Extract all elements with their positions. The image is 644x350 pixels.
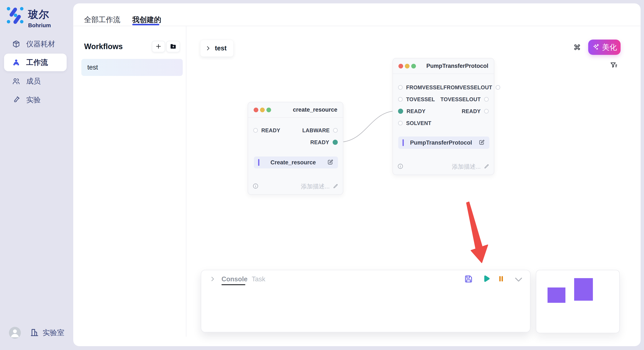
traffic-dot-yellow	[405, 64, 410, 68]
node-action-label: PumpTransferProtocol	[404, 140, 478, 146]
members-icon	[12, 77, 20, 85]
sidebar-item-experiment[interactable]: 实验	[4, 91, 67, 109]
port-handle[interactable]	[333, 128, 338, 133]
description-placeholder[interactable]: 添加描述...	[452, 163, 481, 171]
chevron-down-icon[interactable]	[514, 275, 524, 285]
description-placeholder[interactable]: 添加描述...	[301, 182, 330, 190]
node-title: PumpTransferProtocol	[426, 63, 488, 69]
tab-console[interactable]: Console	[222, 275, 248, 283]
traffic-dot-red	[254, 108, 258, 112]
input-port-fromvessel[interactable]: FROMVESSEL	[398, 84, 444, 91]
node-header: PumpTransferProtocol	[393, 58, 494, 74]
edit-icon[interactable]	[478, 139, 485, 147]
logo-title: 玻尔	[28, 8, 51, 21]
bohrium-logo-icon	[6, 6, 24, 25]
building-icon	[30, 328, 39, 338]
input-port-ready[interactable]: READY	[253, 127, 280, 134]
user-avatar[interactable]	[9, 327, 21, 339]
add-workflow-button[interactable]	[152, 41, 165, 52]
node-ports: READY LABWARE READY	[253, 124, 338, 148]
lab-label: 实验室	[42, 328, 64, 338]
breadcrumb-label: test	[215, 44, 226, 52]
port-handle[interactable]	[398, 121, 403, 126]
workflow-item-name: test	[87, 64, 98, 71]
experiment-icon	[12, 96, 20, 104]
input-port-solvent[interactable]: SOLVENT	[398, 120, 431, 126]
node-pump-transfer-protocol[interactable]: PumpTransferProtocol FROMVESSEL FROMVESS…	[392, 58, 494, 175]
import-folder-button[interactable]	[166, 41, 180, 52]
traffic-dot-green	[266, 108, 271, 112]
sidebar-footer: 实验室	[9, 327, 64, 339]
node-title: create_resource	[293, 107, 337, 113]
beautify-label: 美化	[602, 42, 617, 52]
minimap[interactable]	[536, 270, 620, 333]
chevron-right-icon	[205, 45, 211, 51]
node-footer: 添加描述...	[252, 181, 338, 191]
tab-all-workflows[interactable]: 全部工作流	[84, 15, 120, 25]
pencil-icon[interactable]	[333, 183, 338, 190]
bohrium-wordmark: 玻尔 Bohrium	[28, 8, 51, 29]
output-port-ready[interactable]: READY	[310, 139, 338, 146]
port-handle[interactable]	[496, 85, 500, 90]
sidebar-item-label: 仪器耗材	[26, 39, 55, 49]
input-port-tovessel[interactable]: TOVESSEL	[398, 96, 435, 103]
node-action-bar[interactable]: PumpTransferProtocol	[398, 137, 490, 149]
node-create-resource[interactable]: create_resource READY LABWARE READY	[248, 102, 343, 195]
play-icon[interactable]	[481, 274, 491, 285]
node-ports: FROMVESSEL FROMVESSELOUT TOVESSEL TOVESS…	[398, 81, 489, 129]
port-handle[interactable]	[398, 97, 403, 102]
port-handle[interactable]	[484, 109, 489, 114]
sidebar-item-workflow[interactable]: 工作流	[4, 54, 67, 71]
input-port-ready[interactable]: READY	[398, 108, 426, 114]
box-icon	[12, 40, 20, 48]
port-handle[interactable]	[253, 128, 258, 133]
beautify-button[interactable]: 美化	[588, 39, 620, 55]
node-header: create_resource	[248, 102, 343, 118]
port-handle-connected[interactable]	[333, 140, 338, 145]
chevron-right-icon[interactable]	[209, 276, 216, 283]
logo-subtitle: Bohrium	[28, 22, 51, 29]
minimap-node-rect	[574, 278, 593, 301]
filter-icon[interactable]	[610, 61, 618, 70]
node-footer: 添加描述...	[397, 162, 490, 172]
output-port-labware[interactable]: LABWARE	[302, 127, 338, 134]
workflow-icon	[12, 58, 20, 67]
traffic-dot-red	[398, 64, 403, 68]
tab-my-created[interactable]: 我创建的	[132, 15, 161, 25]
edit-icon[interactable]	[327, 159, 334, 166]
port-handle[interactable]	[398, 85, 403, 90]
pause-icon[interactable]	[497, 275, 505, 284]
node-action-bar[interactable]: Create_resource	[254, 157, 338, 169]
info-icon[interactable]	[252, 183, 259, 190]
tab-divider	[74, 26, 640, 26]
output-port-ready[interactable]: READY	[462, 108, 489, 114]
pencil-icon[interactable]	[484, 163, 490, 170]
sidebar-item-label: 实验	[26, 95, 41, 105]
panel-divider	[186, 26, 186, 337]
workflow-editor-app: 玻尔 Bohrium 仪器耗材 工作流	[0, 0, 644, 350]
traffic-dot-yellow	[260, 108, 265, 112]
console-tab-underline	[222, 284, 245, 285]
output-port-fromvesselout[interactable]: FROMVESSELOUT	[444, 84, 500, 91]
info-icon[interactable]	[397, 163, 404, 170]
folder-download-icon	[170, 43, 177, 51]
sidebar-item-label: 成员	[26, 76, 41, 86]
command-icon[interactable]	[573, 43, 582, 52]
breadcrumb[interactable]: test	[200, 40, 234, 57]
workflow-list-item[interactable]: test	[81, 59, 183, 76]
port-handle-connected[interactable]	[398, 109, 403, 114]
minimap-node-rect	[548, 288, 566, 303]
port-handle[interactable]	[484, 97, 489, 102]
sparkles-icon	[592, 43, 600, 52]
sidebar-item-equipment[interactable]: 仪器耗材	[4, 35, 67, 53]
output-port-tovesselout[interactable]: TOVESSELOUT	[440, 96, 489, 103]
save-icon[interactable]	[464, 274, 474, 285]
node-action-label: Create_resource	[260, 159, 327, 166]
sidebar-item-members[interactable]: 成员	[4, 72, 67, 90]
lab-selector[interactable]: 实验室	[30, 328, 64, 338]
tab-task[interactable]: Task	[252, 275, 265, 283]
sidebar-item-label: 工作流	[26, 58, 48, 67]
workflows-panel-title: Workflows	[84, 42, 123, 51]
traffic-dot-green	[411, 64, 416, 68]
console-panel: Console Task	[201, 270, 530, 332]
